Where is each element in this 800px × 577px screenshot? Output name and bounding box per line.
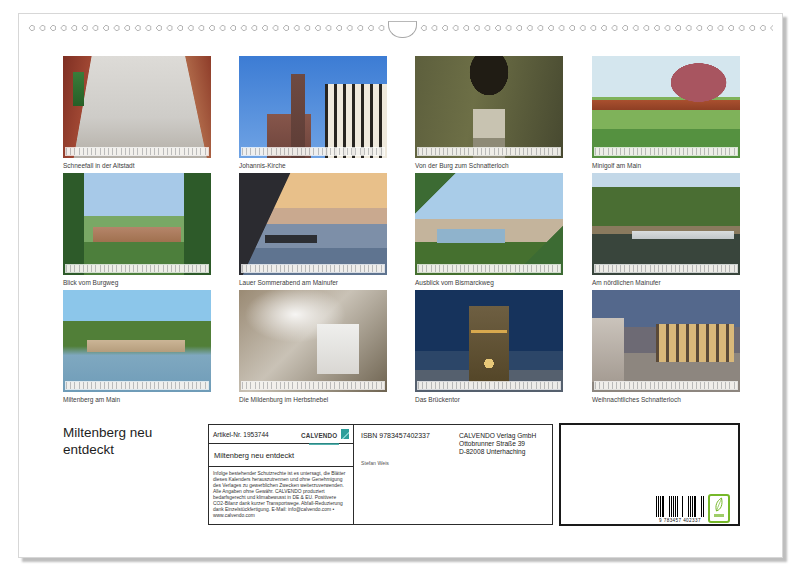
thumbnail-caption: Johannis-Kirche xyxy=(239,162,387,169)
calvendo-logo: CALVENDO xyxy=(301,424,349,445)
isbn: ISBN 9783457402337 xyxy=(361,432,430,439)
thumbnail-caption: Miltenberg am Main xyxy=(63,396,211,403)
eco-badge-text-bar xyxy=(714,514,724,517)
thumbnail: Miltenberg am Main xyxy=(63,290,211,404)
product-info-box: Artikel-Nr. 1953744 CALVENDO Miltenberg … xyxy=(208,424,354,525)
publisher-street: Ottobrunner Straße 39 xyxy=(459,440,536,448)
legal-text: Infolge bestehender Schutzrechte ist es … xyxy=(209,467,353,519)
thumbnail-photo xyxy=(63,290,211,392)
publisher-name: CALVENDO Verlag GmbH xyxy=(459,432,536,440)
leaf-icon xyxy=(712,497,726,514)
thumbnail: Von der Burg zum Schnatterloch xyxy=(415,56,563,170)
calvendo-tagline-bar xyxy=(309,443,339,445)
publisher-city: D-82008 Unterhaching xyxy=(459,448,536,456)
thumbnail-photo xyxy=(239,173,387,275)
thumbnail-photo xyxy=(239,56,387,158)
barcode-box: 9 783457 402337 xyxy=(559,423,740,526)
thumbnail-photo xyxy=(415,290,563,392)
thumbnail-caption: Blick vom Burgweg xyxy=(63,279,211,286)
thumbnail-caption: Schneefall in der Altstadt xyxy=(63,162,211,169)
author-name: Stefan Weis xyxy=(361,460,389,466)
thumbnail: Am nördlichen Mainufer xyxy=(592,173,740,287)
thumbnail-caption: Das Brückentor xyxy=(415,396,563,403)
article-number: Artikel-Nr. 1953744 xyxy=(213,431,269,438)
thumbnail-photo xyxy=(239,290,387,392)
thumbnail: Johannis-Kirche xyxy=(239,56,387,170)
calendar-back-page: Schneefall in der Altstadt Johannis-Kirc… xyxy=(0,0,800,577)
thumbnail-photo xyxy=(63,56,211,158)
thumbnail-caption: Lauer Sommerabend am Mainufer xyxy=(239,279,387,286)
thumbnail-caption: Von der Burg zum Schnatterloch xyxy=(415,162,563,169)
thumbnail: Die Mildenburg im Herbstnebel xyxy=(239,290,387,404)
thumbnail-caption: Die Mildenburg im Herbstnebel xyxy=(239,396,387,403)
page-title: Miltenberg neu entdeckt xyxy=(63,425,193,459)
barcode-bars-icon xyxy=(656,496,704,517)
thumbnail: Schneefall in der Altstadt xyxy=(63,56,211,170)
ean-barcode: 9 783457 402337 xyxy=(656,496,704,524)
thumbnail-caption: Am nördlichen Mainufer xyxy=(592,279,740,286)
thumbnail-photo xyxy=(415,173,563,275)
thumbnail: Lauer Sommerabend am Mainufer xyxy=(239,173,387,287)
thumbnail-photo xyxy=(63,173,211,275)
thumbnail-caption: Weihnachtliches Schnatterloch xyxy=(592,396,740,403)
eco-leaf-badge xyxy=(708,494,730,523)
hanger-cutout xyxy=(388,21,417,38)
thumbnail: Minigolf am Main xyxy=(592,56,740,170)
thumbnail-photo xyxy=(415,56,563,158)
thumbnail: Das Brückentor xyxy=(415,290,563,404)
barcode-digits: 9 783457 402337 xyxy=(656,518,704,523)
thumbnail: Blick vom Burgweg xyxy=(63,173,211,287)
thumbnail-caption: Ausblick vom Bismarckweg xyxy=(415,279,563,286)
thumbnail-photo xyxy=(592,56,740,158)
thumbnail: Weihnachtliches Schnatterloch xyxy=(592,290,740,404)
thumbnail-caption: Minigolf am Main xyxy=(592,162,740,169)
thumbnail: Ausblick vom Bismarckweg xyxy=(415,173,563,287)
thumbnail-photo xyxy=(592,290,740,392)
publisher-info-box: ISBN 9783457402337 CALVENDO Verlag GmbH … xyxy=(353,424,553,525)
calvendo-icon xyxy=(341,429,349,439)
publisher-address: CALVENDO Verlag GmbH Ottobrunner Straße … xyxy=(459,432,536,457)
calendar-title: Miltenberg neu entdeckt xyxy=(209,444,353,467)
thumbnail-photo xyxy=(592,173,740,275)
calvendo-wordmark: CALVENDO xyxy=(301,432,337,439)
calendar-sheet: Schneefall in der Altstadt Johannis-Kirc… xyxy=(18,13,783,558)
